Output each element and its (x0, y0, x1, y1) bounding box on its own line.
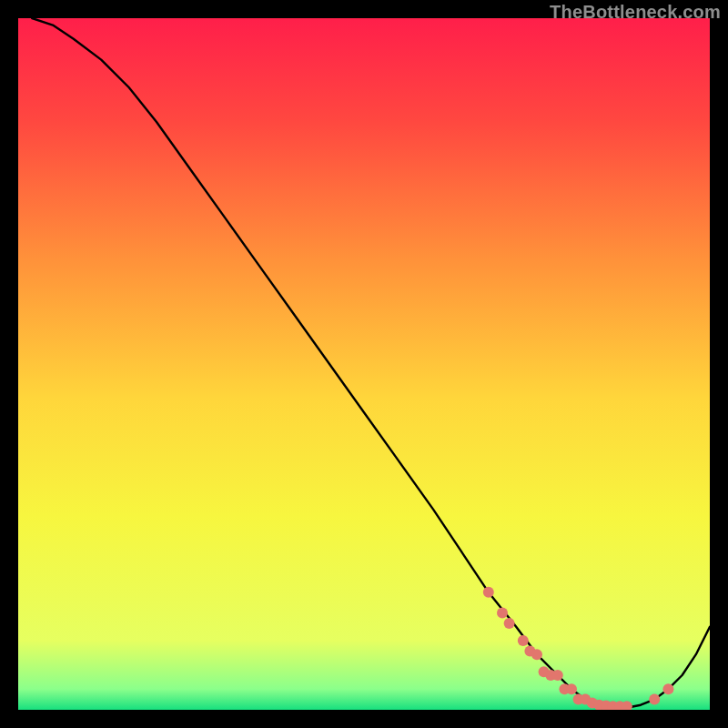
highlight-point (497, 608, 508, 619)
highlight-point (518, 635, 529, 646)
heat-gradient-background (18, 18, 710, 710)
highlight-point (531, 649, 542, 660)
plot-area (18, 18, 710, 710)
highlight-point (566, 683, 577, 694)
highlight-point (552, 670, 563, 681)
highlight-point (662, 683, 673, 694)
highlight-point (504, 618, 515, 629)
bottleneck-chart (18, 18, 710, 710)
highlight-point (483, 587, 494, 598)
figure-frame: TheBottleneck.com (0, 0, 728, 728)
highlight-point (649, 694, 660, 705)
